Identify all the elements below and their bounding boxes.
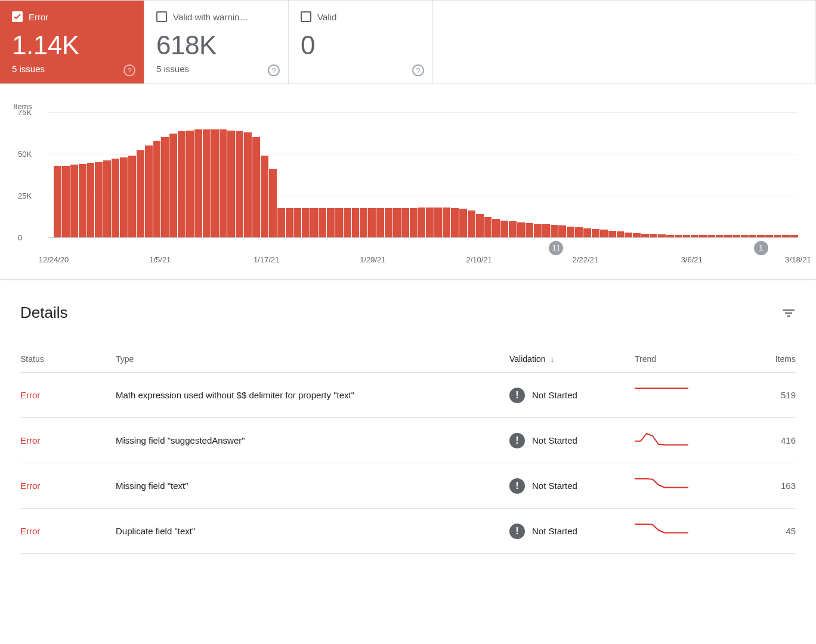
help-icon[interactable]: ? <box>412 64 424 76</box>
chart-bar <box>418 208 426 237</box>
chart-bar <box>765 235 773 237</box>
card-issues: 5 issues <box>156 64 276 74</box>
xtick-label: 1/29/21 <box>360 255 385 264</box>
chart-bar <box>492 219 500 237</box>
table-row[interactable]: ErrorMissing field "text"!Not Started163 <box>20 463 796 509</box>
col-trend[interactable]: Trend <box>635 346 748 373</box>
chart-marker[interactable]: 1 <box>754 241 768 255</box>
chart-bar <box>112 159 119 237</box>
chart-bar <box>426 208 434 237</box>
filter-icon[interactable] <box>781 306 796 320</box>
validation-cell: !Not Started <box>509 463 635 509</box>
col-validation[interactable]: Validation ↓ <box>509 346 635 373</box>
chart-bar <box>443 208 450 237</box>
chart-bar <box>169 134 177 237</box>
chart-bar <box>749 235 757 237</box>
col-type[interactable]: Type <box>116 346 509 373</box>
xtick-label: 2/10/21 <box>466 255 492 264</box>
table-row[interactable]: ErrorMath expression used without $$ del… <box>20 373 796 418</box>
checkbox-icon <box>12 11 23 22</box>
ytick-label: 0 <box>18 233 22 242</box>
chart-bar <box>244 132 252 237</box>
chart-bar <box>344 208 351 237</box>
chart-bar <box>310 208 318 237</box>
chart-bar <box>70 165 78 237</box>
items-cell: 416 <box>748 418 796 463</box>
chart-bar <box>583 228 591 237</box>
validation-cell: !Not Started <box>509 373 635 418</box>
chart-bar <box>261 156 268 237</box>
items-chart: 025K50K75K 12/24/201/5/211/17/211/29/212… <box>18 112 798 267</box>
items-cell: 519 <box>748 373 796 418</box>
chart-bar <box>252 137 260 237</box>
chart-bar <box>54 166 61 237</box>
status-cell: Error <box>20 418 116 463</box>
chart-bar <box>650 234 657 237</box>
card-valid-warnings[interactable]: Valid with warnin… 618K 5 issues ? <box>144 1 289 83</box>
chart-bar <box>484 217 492 237</box>
chart-bar <box>675 235 682 237</box>
details-section: Details Status Type Validation ↓ Trend I… <box>0 304 816 572</box>
chart-bar <box>286 208 293 237</box>
col-status[interactable]: Status <box>20 346 116 373</box>
chart-marker[interactable]: 11 <box>549 241 563 255</box>
chart-bar <box>617 231 625 237</box>
chart-bar <box>790 235 798 237</box>
xtick-label: 1/17/21 <box>254 255 279 264</box>
card-error[interactable]: Error 1.14K 5 issues ? <box>0 1 144 83</box>
chart-bar <box>62 166 70 237</box>
chart-bar <box>459 209 467 237</box>
alert-icon: ! <box>509 388 525 403</box>
xtick-label: 12/24/20 <box>39 255 69 264</box>
chart-container: Items 025K50K75K 12/24/201/5/211/17/211/… <box>0 84 816 280</box>
chart-bar <box>716 235 724 237</box>
status-cell: Error <box>20 509 116 554</box>
status-cell: Error <box>20 463 116 509</box>
chart-bar <box>782 235 790 237</box>
chart-bar <box>774 235 781 237</box>
chart-bar <box>741 235 749 237</box>
card-label: Valid with warnin… <box>173 12 248 22</box>
help-icon[interactable]: ? <box>268 64 280 76</box>
ytick-label: 75K <box>18 108 32 117</box>
chart-bar <box>401 208 409 237</box>
chart-bar <box>293 208 301 237</box>
chart-bar <box>600 230 608 237</box>
status-cards: Error 1.14K 5 issues ? Valid with warnin… <box>0 0 816 84</box>
chart-bar <box>724 235 732 237</box>
chart-bar <box>376 208 384 237</box>
chart-bar <box>385 208 392 237</box>
chart-bar <box>211 129 219 237</box>
table-row[interactable]: ErrorDuplicate field "text"!Not Started4… <box>20 509 796 554</box>
card-value: 618K <box>156 30 276 60</box>
chart-bar <box>468 210 475 237</box>
chart-bar <box>434 208 442 237</box>
ytick-label: 25K <box>18 191 32 200</box>
chart-bar <box>277 208 285 237</box>
card-issues: 5 issues <box>12 64 132 74</box>
card-label: Valid <box>317 12 336 22</box>
validation-cell: !Not Started <box>509 509 635 554</box>
chart-bar <box>608 231 616 237</box>
chart-bar <box>683 235 691 237</box>
chart-bar <box>161 137 169 237</box>
card-label: Error <box>29 12 48 22</box>
alert-icon: ! <box>509 524 525 539</box>
status-cell: Error <box>20 373 116 418</box>
chart-bar <box>500 221 508 237</box>
chart-bar <box>451 208 459 237</box>
xtick-label: 3/18/21 <box>785 255 811 264</box>
card-valid[interactable]: Valid 0 ? <box>289 1 433 83</box>
table-row[interactable]: ErrorMissing field "suggestedAnswer"!Not… <box>20 418 796 463</box>
chart-bar <box>699 235 707 237</box>
chart-bar <box>641 234 649 237</box>
details-table: Status Type Validation ↓ Trend Items Err… <box>20 346 796 554</box>
card-value: 0 <box>301 30 421 60</box>
col-items[interactable]: Items <box>748 346 796 373</box>
ytick-label: 50K <box>18 150 32 159</box>
help-icon[interactable]: ? <box>123 64 135 76</box>
chart-bar <box>410 208 418 237</box>
chart-bar <box>186 131 194 237</box>
checkbox-icon <box>156 11 167 22</box>
chart-bar <box>592 229 599 237</box>
